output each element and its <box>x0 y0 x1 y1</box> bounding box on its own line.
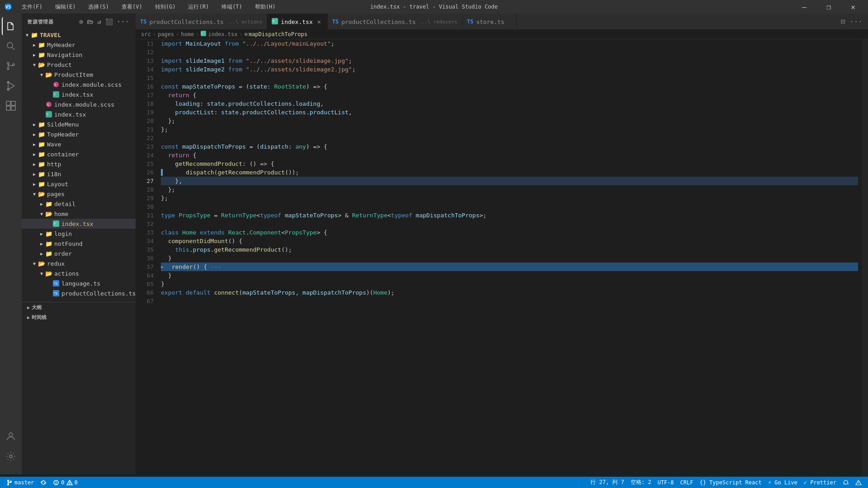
linenum-20: 20 <box>139 117 154 125</box>
tab-productcollections-reducers[interactable]: TS productCollections.ts ...\ reducers <box>328 14 462 29</box>
code-line-20: }; <box>161 117 858 125</box>
status-prettier[interactable]: ✓ Prettier <box>801 477 839 488</box>
product-index-tsx2-label: index.tsx <box>54 111 86 118</box>
activity-extensions[interactable] <box>2 97 20 115</box>
menu-view[interactable]: 查看(V) <box>119 2 145 12</box>
actions-arrow: ▼ <box>38 270 45 277</box>
sidebar-item-productitem[interactable]: ▼ 📂 ProductItem <box>22 70 136 80</box>
slidemenu-folder-icon: 📁 <box>38 121 45 128</box>
sidebar-item-wave[interactable]: ▶ 📁 Wave <box>22 139 136 149</box>
status-language[interactable]: {} TypeScript React <box>697 477 764 488</box>
sidebar-item-http[interactable]: ▶ 📁 http <box>22 159 136 169</box>
menu-goto[interactable]: 转到(G) <box>152 2 179 12</box>
menu-run[interactable]: 运行(R) <box>185 2 212 12</box>
sidebar-item-i18n[interactable]: ▶ 📁 i18n <box>22 169 136 179</box>
svg-point-39 <box>56 483 57 484</box>
tab1-label: productCollections.ts <box>149 19 223 25</box>
tab2-close-icon[interactable]: ✕ <box>316 18 323 25</box>
status-branch[interactable]: master <box>4 477 37 488</box>
sidebar-item-language-ts[interactable]: ▶ TS language.ts <box>22 278 136 288</box>
close-button[interactable]: ✕ <box>843 0 863 14</box>
breadcrumb-symbol[interactable]: ⊙mapDispatchToProps <box>245 31 307 38</box>
maximize-button[interactable]: ❐ <box>818 0 839 14</box>
code-line-26: dispatch(getRecommendProduct()); <box>161 168 858 177</box>
product-index-module-scss-label: index.module.scss <box>61 81 122 88</box>
container-folder-icon: 📁 <box>38 150 45 158</box>
code-line-34: componentDidMount() { <box>161 237 858 245</box>
code-content[interactable]: import MainLayout from "../../Layout/mai… <box>157 39 862 477</box>
sidebar-item-detail[interactable]: ▶ 📁 detail <box>22 199 136 209</box>
new-file-icon[interactable]: ⊕ <box>78 17 84 26</box>
code-editor[interactable]: 11 12 13 14 15 16 17 18 19 20 21 22 23 2… <box>136 39 862 477</box>
outline-section[interactable]: ▶ 大纲 <box>22 302 136 312</box>
status-sync[interactable] <box>38 477 49 488</box>
status-errors[interactable]: 0 0 <box>50 477 80 488</box>
activity-account[interactable] <box>2 427 20 446</box>
breadcrumb-sep4: › <box>239 31 242 38</box>
collapse-icon[interactable]: ⬛ <box>104 17 114 26</box>
sidebar-item-home[interactable]: ▼ 📂 home <box>22 209 136 219</box>
sidebar-item-redux[interactable]: ▼ 📂 redux <box>22 258 136 268</box>
activity-explorer[interactable] <box>2 17 20 35</box>
sidebar-item-product-index-module-scss[interactable]: ▶ S index.module.scss <box>22 80 136 89</box>
status-position[interactable]: 行 27, 列 7 <box>588 477 627 488</box>
tab-store-ts[interactable]: TS store.ts <box>462 14 517 29</box>
sidebar-item-container[interactable]: ▶ 📁 container <box>22 149 136 159</box>
tab-index-tsx[interactable]: T index.tsx ✕ <box>267 14 327 29</box>
sidebar-item-pages[interactable]: ▼ 📂 pages <box>22 189 136 199</box>
minimize-button[interactable]: — <box>794 0 815 14</box>
breadcrumb-home[interactable]: home <box>181 31 194 38</box>
new-folder-icon[interactable]: 🗁 <box>86 17 94 26</box>
sidebar-item-login[interactable]: ▶ 📁 login <box>22 229 136 239</box>
sidebar-item-product[interactable]: ▼ 📂 Product <box>22 60 136 70</box>
slidemenu-label: SildeMenu <box>47 121 79 128</box>
activity-debug[interactable] <box>2 77 20 95</box>
status-warning[interactable] <box>853 477 864 488</box>
sidebar-item-layout[interactable]: ▶ 📁 Layout <box>22 179 136 189</box>
fold-arrow-37[interactable]: ▶ <box>161 263 164 271</box>
i18n-folder-icon: 📁 <box>38 170 45 178</box>
sidebar-item-actions[interactable]: ▼ 📂 actions <box>22 268 136 278</box>
myheader-arrow: ▶ <box>31 41 38 48</box>
sidebar-item-notfound[interactable]: ▶ 📁 notFound <box>22 239 136 249</box>
sidebar-item-product-index-tsx2[interactable]: ▶ T index.tsx <box>22 109 136 119</box>
code-line-37: ▶ render() { ··· <box>161 263 858 271</box>
status-encoding[interactable]: UTF-8 <box>655 477 676 488</box>
menu-help[interactable]: 帮助(H) <box>252 2 278 12</box>
more-actions-icon[interactable]: ··· <box>116 17 130 26</box>
menu-edit[interactable]: 编辑(E) <box>52 2 79 12</box>
sidebar-item-topheader[interactable]: ▶ 📁 TopHeader <box>22 129 136 139</box>
sidebar-root-travel[interactable]: ▼ 📁 TRAVEL <box>22 30 136 40</box>
menu-terminal[interactable]: 终端(T) <box>219 2 245 12</box>
sidebar-item-product-index-tsx[interactable]: ▶ T index.tsx <box>22 89 136 99</box>
linenum-65: 65 <box>139 280 154 288</box>
status-spaces[interactable]: 空格: 2 <box>628 477 654 488</box>
tab-productcollections-actions[interactable]: TS productCollections.ts ...\ actions <box>136 14 267 29</box>
activity-git[interactable] <box>2 57 20 75</box>
breadcrumb-pages[interactable]: pages <box>158 31 174 38</box>
order-label: order <box>54 250 72 257</box>
breadcrumb-src[interactable]: src <box>141 31 151 38</box>
refresh-icon[interactable]: ↺ <box>96 17 102 26</box>
wave-arrow: ▶ <box>31 141 38 148</box>
timeline-section[interactable]: ▶ 时间线 <box>22 312 136 322</box>
sidebar-item-myheader[interactable]: ▶ 📁 MyHeader <box>22 40 136 50</box>
menu-file[interactable]: 文件(F) <box>19 2 45 12</box>
more-tabs-icon[interactable]: ··· <box>848 15 864 28</box>
sidebar-item-home-index-tsx[interactable]: ▶ T index.tsx <box>22 219 136 229</box>
status-golive[interactable]: ⚡ Go Live <box>765 477 800 488</box>
sidebar-item-order[interactable]: ▶ 📁 order <box>22 249 136 258</box>
activity-search[interactable] <box>2 37 20 55</box>
sidebar-item-navigation[interactable]: ▶ 📁 Navigation <box>22 50 136 60</box>
split-editor-icon[interactable]: ⊟ <box>839 15 847 28</box>
sidebar-item-product-module-scss2[interactable]: ▶ S index.module.scss <box>22 99 136 109</box>
activity-settings[interactable] <box>2 447 20 465</box>
status-bell[interactable] <box>840 477 852 488</box>
sidebar-item-productcollections-ts[interactable]: ▶ TS productCollections.ts <box>22 288 136 298</box>
breadcrumb-file[interactable]: index.tsx <box>208 31 237 38</box>
sidebar-item-slidemenu[interactable]: ▶ 📁 SildeMenu <box>22 119 136 129</box>
product-label: Product <box>47 61 72 68</box>
status-lineending[interactable]: CRLF <box>678 477 696 488</box>
menu-select[interactable]: 选择(S) <box>85 2 112 12</box>
container-label: container <box>47 151 79 158</box>
